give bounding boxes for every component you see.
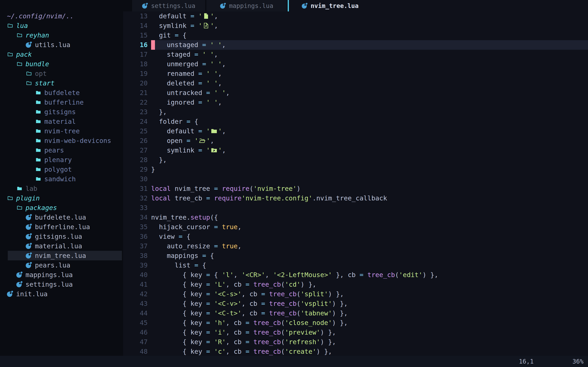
tree-item-bufferline.lua[interactable]: bufferline.lua — [0, 222, 123, 232]
tree-item-bundle[interactable]: bundle — [0, 59, 123, 69]
tree-item-start[interactable]: start — [0, 78, 123, 88]
code-line-38[interactable]: 38 mappings = { — [123, 251, 588, 261]
tree-item-gitsigns[interactable]: gitsigns — [0, 107, 123, 117]
code-line-21[interactable]: 21 untracked = ' ', — [123, 88, 588, 98]
tree-item-opt[interactable]: opt — [0, 69, 123, 78]
code-line-42[interactable]: 42 { key = '<C-s>', cb = tree_cb('split'… — [123, 289, 588, 299]
tree-item-sandwich[interactable]: sandwich — [0, 174, 123, 184]
code-line-28[interactable]: 28 }, — [123, 155, 588, 165]
code-line-17[interactable]: 17 staged = ' ', — [123, 50, 588, 59]
line-number: 38 — [123, 251, 151, 261]
code-line-20[interactable]: 20 deleted = ' ', — [123, 78, 588, 88]
tree-item-bufdelete[interactable]: bufdelete — [0, 88, 123, 98]
code-line-16[interactable]: 16 unstaged = ' ', — [123, 40, 588, 50]
line-number: 20 — [123, 78, 151, 88]
code-line-41[interactable]: 41 { key = 'L', cb = tree_cb('cd') }, — [123, 280, 588, 289]
tree-item-nvim_tree.lua[interactable]: nvim_tree.lua — [0, 251, 123, 260]
code-line-27[interactable]: 27 symlink = '', — [123, 146, 588, 155]
lua-file-icon — [142, 3, 148, 9]
tree-item-mappings.lua[interactable]: mappings.lua — [0, 270, 123, 280]
tree-item-nvim-tree[interactable]: nvim-tree — [0, 126, 123, 136]
tree-item-label: ~/.config/nvim/.. — [7, 12, 74, 20]
tree-item-init.lua[interactable]: init.lua — [0, 289, 123, 299]
tree-item-bufferline[interactable]: bufferline — [0, 98, 123, 107]
folder-open-icon — [7, 195, 13, 201]
code-line-26[interactable]: 26 open = '', — [123, 136, 588, 146]
code-line-47[interactable]: 47 { key = 'R', cb = tree_cb('refresh') … — [123, 337, 588, 347]
code-line-text: default = '', — [151, 126, 588, 136]
tree-item-polygot[interactable]: polygot — [0, 165, 123, 174]
code-line-text: { key = 'h', cb = tree_cb('close_node') … — [151, 318, 588, 328]
tree-item-reyhan[interactable]: reyhan — [0, 30, 123, 40]
folder-open-icon — [16, 205, 23, 211]
code-line-45[interactable]: 45 { key = 'h', cb = tree_cb('close_node… — [123, 318, 588, 328]
code-line-13[interactable]: 13 default = '', — [123, 11, 588, 21]
tree-item-material.lua[interactable]: material.lua — [0, 241, 123, 251]
folder-closed-icon — [35, 109, 42, 115]
tree-item-label: pears.lua — [35, 261, 70, 269]
code-line-31[interactable]: 31local nvim_tree = require('nvim-tree') — [123, 184, 588, 193]
tree-item-label: bundle — [26, 60, 49, 68]
code-line-40[interactable]: 40 { key = { 'l', '<CR>', '<2-LeftMouse>… — [123, 270, 588, 280]
folder-open-icon — [7, 51, 13, 58]
tree-item-label: lua — [16, 22, 28, 30]
code-line-18[interactable]: 18 unmerged = ' ', — [123, 59, 588, 69]
line-number: 42 — [123, 289, 151, 299]
code-line-25[interactable]: 25 default = '', — [123, 126, 588, 136]
code-line-29[interactable]: 29} — [123, 165, 588, 174]
code-line-15[interactable]: 15 git = { — [123, 31, 588, 40]
line-number: 40 — [123, 270, 151, 280]
code-line-text: } — [151, 165, 588, 174]
code-line-36[interactable]: 36 view = { — [123, 232, 588, 242]
code-line-44[interactable]: 44 { key = '<C-t>', cb = tree_cb('tabnew… — [123, 309, 588, 318]
folder-closed-icon — [35, 166, 42, 173]
tab-nvim_tree.lua[interactable]: nvim_tree.lua — [289, 0, 375, 11]
line-number: 43 — [123, 299, 151, 309]
tree-item-settings.lua[interactable]: settings.lua — [0, 280, 123, 289]
tree-item-bufdelete.lua[interactable]: bufdelete.lua — [0, 212, 123, 222]
code-line-39[interactable]: 39 list = { — [123, 261, 588, 270]
code-line-22[interactable]: 22 ignored = ' ', — [123, 98, 588, 107]
tree-item-lab[interactable]: lab — [0, 184, 123, 193]
code-line-14[interactable]: 14 symlink = '', — [123, 21, 588, 31]
tree-item-packages[interactable]: packages — [0, 203, 123, 212]
code-line-34[interactable]: 34nvim_tree.setup({ — [123, 213, 588, 222]
tree-item-nvim-web-devicons[interactable]: nvim-web-devicons — [0, 136, 123, 145]
code-line-35[interactable]: 35 hijack_cursor = true, — [123, 222, 588, 232]
tree-item-plugin[interactable]: plugin — [0, 193, 123, 203]
tab-mappings.lua[interactable]: mappings.lua — [207, 0, 287, 11]
tree-item-gitsigns.lua[interactable]: gitsigns.lua — [0, 232, 123, 241]
tree-item-plenary[interactable]: plenary — [0, 155, 123, 165]
code-line-33[interactable]: 33 — [123, 203, 588, 213]
code-line-46[interactable]: 46 { key = 'i', cb = tree_cb('preview') … — [123, 328, 588, 337]
code-line-43[interactable]: 43 { key = '<C-v>', cb = tree_cb('vsplit… — [123, 299, 588, 309]
tree-item-pack[interactable]: pack — [0, 50, 123, 59]
line-number: 29 — [123, 165, 151, 174]
line-number: 13 — [123, 11, 151, 21]
code-line-text: { key = '<C-t>', cb = tree_cb('tabnew') … — [151, 309, 588, 318]
code-line-32[interactable]: 32local tree_cb = require'nvim-tree.conf… — [123, 193, 588, 203]
code-line-48[interactable]: 48 { key = 'c', cb = tree_cb('create') }… — [123, 347, 588, 356]
folder-open-icon — [26, 70, 32, 77]
tree-item-material[interactable]: material — [0, 117, 123, 126]
tree-item-pears[interactable]: pears — [0, 145, 123, 155]
code-line-24[interactable]: 24 folder = { — [123, 117, 588, 126]
code-line-30[interactable]: 30 — [123, 174, 588, 184]
line-number: 30 — [123, 174, 151, 184]
code-line-37[interactable]: 37 auto_resize = true, — [123, 242, 588, 251]
lua-file-icon — [26, 252, 32, 259]
tree-item-label: plugin — [16, 194, 40, 202]
line-number: 35 — [123, 222, 151, 232]
folder-closed-icon — [16, 185, 23, 192]
tree-item-label: plenary — [44, 156, 72, 164]
code-line-23[interactable]: 23 }, — [123, 107, 588, 117]
line-number: 22 — [123, 98, 151, 107]
tree-item-lua[interactable]: lua — [0, 21, 123, 30]
tree-item-utils.lua[interactable]: utils.lua — [0, 40, 123, 50]
code-line-19[interactable]: 19 renamed = ' ', — [123, 69, 588, 78]
tree-item-pears.lua[interactable]: pears.lua — [0, 260, 123, 270]
editor-buffer[interactable]: 13 default = '',14 symlink = '',15 git =… — [123, 11, 588, 356]
tab-settings.lua[interactable]: settings.lua — [132, 0, 205, 11]
folder-open-icon — [7, 22, 13, 29]
code-line-text: view = { — [151, 232, 588, 242]
